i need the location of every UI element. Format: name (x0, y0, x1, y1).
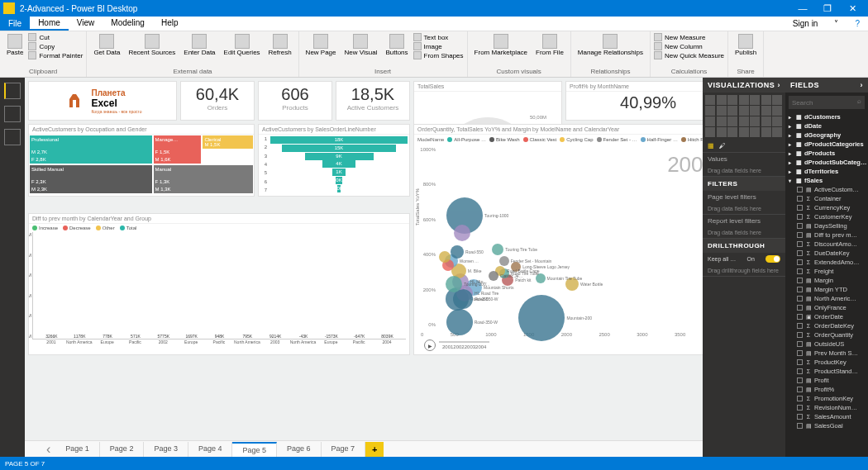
field-checkbox[interactable] (797, 250, 803, 256)
field-item[interactable]: ΣContainer (785, 194, 868, 203)
treemap-visual[interactable]: ActiveCustomers by Occupation and Gender… (28, 124, 255, 197)
vis-type-icon[interactable] (772, 95, 782, 105)
treemap-cell[interactable]: Manage…M 1,6KF 1,5K (153, 135, 203, 164)
funnel-bar[interactable]: 15K (282, 145, 396, 152)
format-tab-icon[interactable]: 🖌 (719, 142, 726, 150)
kpi-products[interactable]: 606 Products (258, 81, 332, 121)
vis-type-icon[interactable] (761, 127, 771, 137)
legend-item[interactable]: All-Purpose … (447, 137, 486, 142)
field-checkbox[interactable] (797, 241, 803, 247)
field-checkbox[interactable] (797, 368, 803, 374)
treemap-cell[interactable]: ClericalM 1,5K (202, 135, 254, 150)
profit-visual[interactable]: Profit% by MonthName 40,99% (565, 81, 703, 121)
treemap-cell[interactable]: ProfessionalF 2,8KM 2,7K (29, 135, 153, 164)
new-column-button[interactable]: New Column (654, 42, 724, 50)
vis-type-icon[interactable] (705, 116, 715, 126)
scatter-point[interactable]: Fender Set - Mountain (499, 256, 509, 266)
legend-item[interactable]: Bike Wash (489, 137, 519, 142)
minimize-button[interactable]: — (790, 3, 815, 13)
cut-button[interactable]: Cut (28, 33, 83, 41)
edit-queries-button[interactable]: Edit Queries (221, 33, 264, 57)
field-item[interactable]: ▤Diff to prev m… (785, 230, 868, 240)
field-item[interactable]: ▤North Americ… (785, 294, 868, 303)
field-checkbox[interactable] (797, 259, 803, 265)
publish-button[interactable]: Publish (732, 33, 760, 57)
field-table[interactable]: ▦dTerritories (785, 167, 868, 176)
legend-item[interactable]: Half-Finger … (641, 137, 678, 142)
vis-type-icon[interactable] (705, 95, 715, 105)
page-tab[interactable]: Page 4 (188, 442, 233, 457)
vis-type-icon[interactable] (761, 95, 771, 105)
vis-type-icon[interactable] (717, 106, 727, 116)
funnel-bar[interactable]: 1K (332, 169, 346, 176)
funnel-bar[interactable]: 0K (337, 185, 341, 192)
maximize-button[interactable]: ❐ (815, 3, 840, 14)
collapse-icon[interactable]: › (861, 81, 864, 89)
field-checkbox[interactable] (797, 205, 803, 211)
field-checkbox[interactable] (797, 287, 803, 292)
vis-type-icon[interactable] (727, 106, 737, 116)
waterfall-visual[interactable]: Diff to prev month by CalendarYear and G… (28, 213, 410, 355)
field-checkbox[interactable] (797, 214, 803, 220)
manage-rel-button[interactable]: Manage Relationships (575, 33, 646, 57)
field-table[interactable]: ▦dProducts (785, 149, 868, 158)
scatter-point[interactable]: Mountain-200 (518, 295, 565, 341)
vis-type-icon[interactable] (717, 127, 727, 137)
field-table[interactable]: ▦dDate (785, 121, 868, 131)
report-view-icon[interactable] (4, 83, 21, 99)
field-item[interactable]: ▤Profit (785, 376, 868, 385)
legend-item[interactable]: Increase (32, 226, 58, 230)
field-checkbox[interactable] (797, 187, 803, 192)
marketplace-button[interactable]: From Marketplace (471, 33, 531, 57)
field-table[interactable]: ▦dCustomers (785, 112, 868, 121)
vis-type-icon[interactable] (772, 116, 782, 126)
funnel-bar[interactable]: 9K (305, 153, 374, 160)
field-item[interactable]: ΣDiscountAmo… (785, 240, 868, 249)
vis-type-icon[interactable] (750, 127, 760, 137)
field-checkbox[interactable] (797, 350, 803, 356)
field-item[interactable]: ▤Margin (785, 276, 868, 285)
values-dropzone[interactable]: Drag data fields here (703, 165, 785, 177)
chevron-down-icon[interactable]: ˅ (826, 17, 847, 30)
field-table[interactable]: ▦dProductSubCateg… (785, 158, 868, 167)
field-item[interactable]: ΣOrderQuantity (785, 330, 868, 339)
scatter-visual[interactable]: OrderQuantity, TotalSales YoY% and Margi… (413, 124, 703, 355)
field-item[interactable]: ΣExtendedAmo… (785, 258, 868, 267)
field-checkbox[interactable] (797, 305, 803, 311)
legend-item[interactable]: Hitch Rack … (681, 137, 703, 142)
file-menu[interactable]: File (0, 17, 30, 31)
paste-button[interactable]: Paste (3, 33, 26, 57)
play-button[interactable]: ▶ (424, 339, 436, 351)
vis-type-icon[interactable] (705, 106, 715, 116)
scatter-point[interactable]: Road-550 (451, 245, 464, 259)
field-item[interactable]: ΣDueDateKey (785, 249, 868, 258)
kpi-orders[interactable]: 60,4K Orders (180, 81, 255, 121)
prev-page-icon[interactable]: ‹ (41, 442, 55, 457)
field-checkbox[interactable] (797, 278, 803, 283)
model-view-icon[interactable] (4, 129, 21, 145)
fields-search-input[interactable] (789, 96, 865, 109)
legend-item[interactable]: Fender Set - … (597, 137, 637, 142)
shapes-button[interactable]: From Shapes (413, 51, 464, 59)
scatter-point[interactable]: Classic Je… (489, 271, 498, 281)
field-checkbox[interactable] (797, 196, 803, 202)
scatter-point[interactable]: Road-350-W (446, 309, 473, 335)
scatter-point[interactable]: Touring Tire Tube (492, 244, 503, 255)
field-item[interactable]: ΣPromotionKey (785, 394, 868, 403)
recent-sources-button[interactable]: Recent Sources (125, 33, 179, 57)
vis-type-icon[interactable] (739, 106, 749, 116)
vis-type-icon[interactable] (739, 127, 749, 137)
page-tab[interactable]: Page 1 (55, 442, 100, 457)
field-item[interactable]: ▤Profit% (785, 385, 868, 394)
vis-type-icon[interactable] (761, 116, 771, 126)
from-file-button[interactable]: From File (532, 33, 567, 57)
field-checkbox[interactable] (797, 405, 803, 411)
kpi-customers[interactable]: 18,5K Active Customers (336, 81, 410, 121)
field-item[interactable]: ΣCurrencyKey (785, 203, 868, 212)
help-icon[interactable]: ? (847, 17, 868, 30)
menu-tab-view[interactable]: View (69, 17, 103, 31)
field-checkbox[interactable] (797, 377, 803, 383)
vis-type-icon[interactable] (750, 116, 760, 126)
field-checkbox[interactable] (797, 268, 803, 274)
field-checkbox[interactable] (797, 323, 803, 329)
